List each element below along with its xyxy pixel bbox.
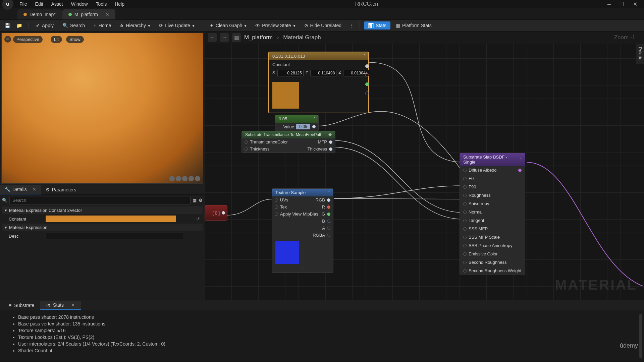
minimize-icon[interactable]: ━ — [605, 0, 613, 8]
hierarchy-button[interactable]: ⋔Hierarchy▾ — [116, 21, 154, 29]
live-update-button[interactable]: ⟳Live Update▾ — [156, 21, 198, 29]
output-pin-rgb[interactable] — [327, 198, 330, 202]
grid-icon[interactable]: ▦ — [193, 198, 197, 203]
input-pin[interactable] — [463, 244, 467, 247]
output-pin[interactable] — [222, 211, 225, 215]
chevron-down-icon[interactable]: ˇ — [272, 266, 333, 273]
input-pin[interactable] — [463, 185, 467, 189]
constant-color-swatch[interactable] — [46, 216, 176, 222]
save-button[interactable]: 💾 — [3, 21, 12, 29]
tab-close-icon[interactable]: ✕ — [105, 12, 109, 17]
node-texcoord[interactable]: [ 0 ] — [205, 205, 227, 221]
output-pin-a[interactable] — [327, 227, 330, 230]
browse-button[interactable]: 📁 — [14, 21, 24, 29]
constant-y-input[interactable] — [310, 70, 336, 76]
input-pin[interactable] — [463, 269, 467, 273]
input-pin[interactable] — [463, 252, 467, 256]
output-pin-r[interactable] — [327, 205, 330, 209]
input-pin[interactable] — [463, 194, 467, 197]
output-pin[interactable] — [518, 169, 522, 172]
scalar-value-input[interactable] — [296, 124, 310, 129]
cylinder-icon[interactable] — [182, 176, 187, 181]
tab-demo-map[interactable]: Demo_map* — [17, 9, 62, 19]
input-pin[interactable] — [245, 147, 248, 151]
constant-swatch[interactable] — [272, 82, 299, 109]
custom-mesh-icon[interactable] — [195, 176, 200, 181]
palette-tab[interactable]: Palette — [636, 44, 644, 64]
input-pin-mip[interactable] — [275, 213, 278, 216]
output-pin[interactable] — [329, 147, 332, 151]
overflow-button[interactable]: ⋮ — [347, 21, 356, 29]
output-pin[interactable] — [312, 125, 316, 128]
maximize-icon[interactable]: ❐ — [617, 0, 627, 8]
menu-file[interactable]: File — [15, 1, 31, 7]
output-pin[interactable] — [329, 140, 332, 144]
menu-edit[interactable]: Edit — [31, 1, 47, 7]
apply-button[interactable]: ✔Apply — [33, 21, 57, 29]
section-constant3vector[interactable]: ▾Material Expression Constant 3Vector — [2, 206, 203, 214]
chevron-down-icon[interactable]: ˇ — [314, 116, 315, 121]
sphere-icon[interactable] — [169, 176, 175, 181]
home-button[interactable]: ⌂Home — [90, 21, 114, 29]
node-scalar[interactable]: 0.05ˇ Value — [275, 115, 319, 131]
platform-stats-button[interactable]: ▦Platform Stats — [392, 21, 435, 29]
node-header[interactable]: 0.05ˇ — [275, 115, 318, 123]
output-pin-rgb[interactable] — [365, 64, 369, 68]
tab-close-icon[interactable]: ✕ — [71, 302, 75, 308]
tab-details[interactable]: 🔧Details✕ — [0, 185, 41, 194]
menu-help[interactable]: Help — [111, 1, 128, 7]
input-pin[interactable] — [463, 236, 467, 239]
tab-stats[interactable]: ◔Stats✕ — [40, 301, 81, 310]
reset-icon[interactable]: ↺ — [196, 217, 200, 222]
lit-toggle[interactable]: Lit — [51, 36, 62, 43]
texture-thumbnail[interactable] — [275, 241, 299, 264]
node-substrate-bsdf[interactable]: Substrate Slab BSDF - Singleˇ Diffuse Al… — [460, 153, 525, 275]
tab-close-icon[interactable]: ✕ — [32, 187, 36, 192]
close-icon[interactable]: ✕ — [630, 0, 640, 8]
cube-icon[interactable] — [176, 176, 181, 181]
input-pin[interactable] — [463, 177, 467, 180]
material-graph[interactable]: ← → ▦ M_platform › Material Graph Zoom -… — [205, 32, 644, 300]
node-header[interactable]: Substrate Transmittance-To-MeanFreePath✥ — [242, 131, 335, 138]
output-pin-b[interactable] — [327, 220, 330, 223]
desc-input[interactable] — [46, 233, 183, 239]
tab-m-platform[interactable]: M_platform ✕ — [62, 9, 115, 19]
input-pin[interactable] — [463, 227, 467, 231]
clean-graph-button[interactable]: ✦Clean Graph▾ — [206, 21, 250, 29]
output-pin-rgba[interactable] — [327, 234, 330, 237]
output-pin-g[interactable] — [327, 213, 330, 216]
input-pin[interactable] — [245, 140, 248, 144]
menu-tools[interactable]: Tools — [92, 1, 111, 7]
scrollbar[interactable] — [639, 314, 642, 358]
node-header[interactable]: Substrate Slab BSDF - Singleˇ — [460, 153, 525, 166]
input-pin[interactable] — [463, 169, 467, 172]
node-transmittance-to-mfp[interactable]: Substrate Transmittance-To-MeanFreePath✥… — [241, 131, 335, 153]
preview-viewport[interactable]: ≡ Perspective Lit Show — [1, 33, 203, 184]
node-header[interactable]: 0.281,0.11,0.013ˆ — [269, 52, 368, 60]
chevron-up-icon[interactable]: ˆ — [328, 190, 330, 195]
nav-forward-icon[interactable]: → — [220, 33, 229, 42]
chevron-up-icon[interactable]: ˆ — [364, 54, 365, 59]
input-pin-uvs[interactable] — [275, 198, 278, 202]
show-toggle[interactable]: Show — [66, 36, 84, 43]
hide-unrelated-button[interactable]: ⊘Hide Unrelated — [301, 21, 345, 29]
perspective-toggle[interactable]: Perspective — [13, 36, 43, 43]
output-pin-b[interactable] — [365, 92, 369, 95]
input-pin[interactable] — [463, 210, 467, 214]
output-pin-g[interactable] — [365, 82, 369, 86]
gear-icon[interactable]: ⚙ — [199, 198, 203, 203]
menu-window[interactable]: Window — [67, 1, 92, 7]
nav-back-icon[interactable]: ← — [208, 33, 217, 42]
input-pin[interactable] — [463, 202, 467, 205]
constant-x-input[interactable] — [277, 70, 304, 76]
search-button[interactable]: 🔍Search — [59, 21, 88, 29]
output-pin-r[interactable] — [365, 73, 369, 77]
node-header[interactable]: Texture Sampleˆ — [272, 189, 333, 196]
node-constant3vector[interactable]: 0.281,0.11,0.013ˆ Constant X Y Z — [268, 52, 369, 113]
preview-state-button[interactable]: 👁Preview State▾ — [252, 21, 299, 29]
breadcrumb-root[interactable]: M_platform — [244, 34, 273, 41]
stats-button[interactable]: 📊Stats — [364, 21, 390, 29]
menu-asset[interactable]: Asset — [47, 1, 67, 7]
node-texture-sample[interactable]: Texture Sampleˆ UVsRGB TexR Apply View M… — [272, 188, 333, 273]
viewport-menu-icon[interactable]: ≡ — [4, 36, 11, 43]
